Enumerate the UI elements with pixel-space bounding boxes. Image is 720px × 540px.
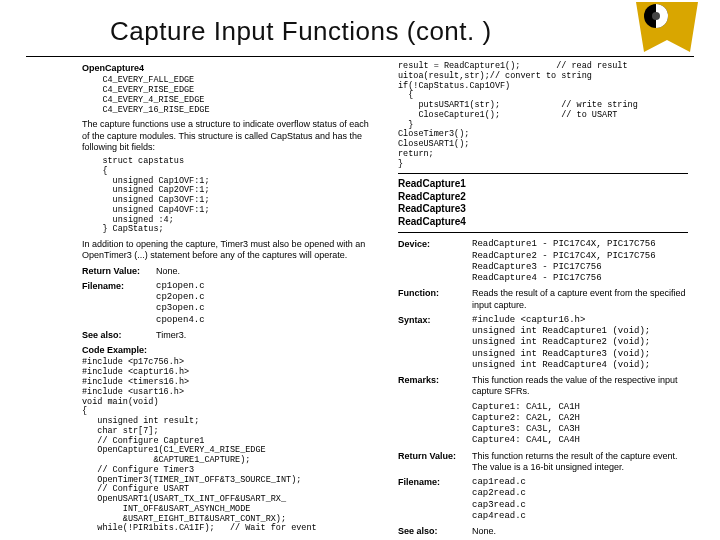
readcapture2: ReadCapture2 [398, 191, 688, 204]
remarks-registers: Capture1: CA1L, CA1H Capture2: CA2L, CA2… [472, 402, 688, 447]
syntax-label: Syntax: [398, 315, 464, 371]
return-value-r: This function returns the result of the … [472, 451, 688, 474]
remarks-value: This function reads the value of the res… [472, 375, 688, 398]
return-value-label: Return Value: [82, 266, 148, 277]
left-column: OpenCapture4 C4_EVERY_FALL_EDGE C4_EVERY… [82, 60, 372, 534]
open-para: In addition to opening the capture, Time… [82, 239, 372, 262]
remarks-label: Remarks: [398, 375, 464, 398]
see-also-value-r: None. [472, 526, 688, 537]
svg-marker-0 [636, 2, 698, 52]
code-example: #include <p17c756.h> #include <captur16.… [82, 358, 372, 534]
filename-list-r: cap1read.c cap2read.c cap3read.c cap4rea… [472, 477, 688, 522]
syntax-value: #include <captur16.h> unsigned int ReadC… [472, 315, 688, 371]
top-code: result = ReadCapture1(); // read result … [398, 62, 688, 169]
see-also-value: Timer3. [156, 330, 372, 341]
capstatus-description: The capture functions use a structure to… [82, 119, 372, 153]
logo-icon [636, 2, 698, 52]
readcapture-heading-box: ReadCapture1 ReadCapture2 ReadCapture3 R… [398, 173, 688, 233]
filename-list: cp1open.c cp2open.c cp3open.c cpopen4.c [156, 281, 372, 326]
right-column: result = ReadCapture1(); // read result … [398, 60, 688, 534]
readcapture1: ReadCapture1 [398, 178, 688, 191]
device-list: ReadCapture1 - PIC17C4X, PIC17C756 ReadC… [472, 239, 688, 284]
struct-code: struct capstatus { unsigned Cap1OVF:1; u… [82, 157, 372, 235]
content-area: OpenCapture4 C4_EVERY_FALL_EDGE C4_EVERY… [82, 60, 688, 534]
filename-label: Filename: [82, 281, 148, 326]
svg-point-2 [652, 12, 660, 20]
page-title: Capture Input Functions (cont. ) [110, 16, 492, 47]
divider [26, 56, 694, 57]
return-value: None. [156, 266, 372, 277]
see-also-label: See also: [82, 330, 148, 341]
edge-constants: C4_EVERY_FALL_EDGE C4_EVERY_RISE_EDGE C4… [82, 76, 372, 115]
return-value-label-r: Return Value: [398, 451, 464, 474]
device-label: Device: [398, 239, 464, 284]
function-value: Reads the result of a capture event from… [472, 288, 688, 311]
opencapture4-heading: OpenCapture4 [82, 63, 372, 74]
readcapture4: ReadCapture4 [398, 216, 688, 229]
function-label: Function: [398, 288, 464, 311]
see-also-label-r: See also: [398, 526, 464, 537]
code-example-label: Code Example: [82, 345, 372, 356]
readcapture3: ReadCapture3 [398, 203, 688, 216]
remarks-spacer [398, 402, 464, 447]
filename-label-r: Filename: [398, 477, 464, 522]
